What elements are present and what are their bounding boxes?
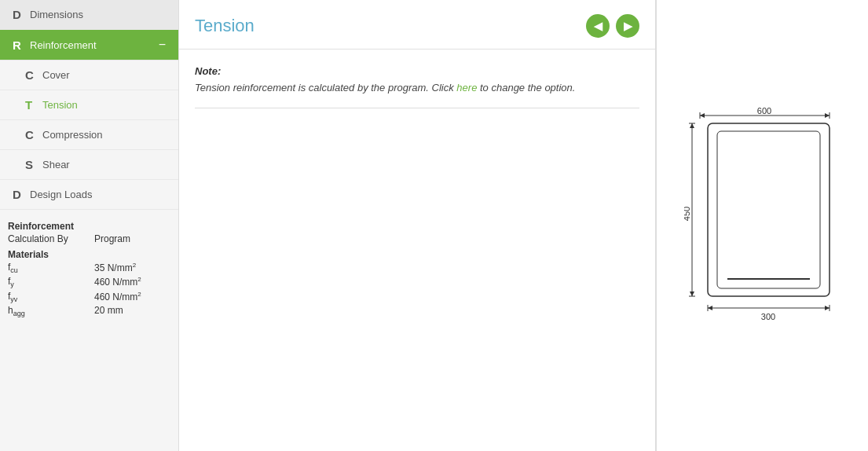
sidebar-letter-shear: S [25,158,42,171]
material-row-1: fy460 N/mm2 [8,276,170,288]
sidebar-letter-design-loads: D [13,188,30,201]
calculation-by-value: Program [94,233,130,244]
sidebar-label-reinforcement: Reinforcement [30,39,159,51]
note-text-after: to change the option. [477,82,575,94]
sidebar-label-shear: Shear [42,159,166,170]
sidebar-label-cover: Cover [42,69,166,81]
svg-rect-7 [717,131,820,288]
sidebar-item-tension[interactable]: TTension [0,90,178,120]
main-body: Note: Tension reinforcement is calculate… [179,50,655,451]
note-text-before: Tension reinforcement is calculated by t… [195,82,456,94]
sidebar-item-reinforcement[interactable]: RReinforcement− [0,30,178,60]
sidebar-item-dimensions[interactable]: DDimensions [0,0,178,30]
materials-label: Materials [8,249,94,260]
material-label-1: fy [8,276,94,288]
material-label-0: fcu [8,262,94,274]
note-label: Note: [195,65,639,77]
main-header: Tension ◀ ▶ [179,0,655,50]
sidebar-letter-tension: T [25,98,42,112]
sidebar-label-compression: Compression [42,129,166,141]
material-value-3: 20 mm [94,305,123,317]
note-text: Tension reinforcement is calculated by t… [195,82,639,94]
sidebar-item-compression[interactable]: CCompression [0,120,178,150]
calculation-by-label: Calculation By [8,233,94,244]
divider [195,108,639,108]
prev-button[interactable]: ◀ [586,14,610,38]
sidebar-letter-compression: C [25,128,42,141]
main-content: Tension ◀ ▶ Note: Tension reinforcement … [179,0,656,451]
sidebar-label-design-loads: Design Loads [30,189,166,200]
next-button[interactable]: ▶ [616,14,639,38]
sidebar-dash-reinforcement: − [159,38,166,52]
svg-marker-15 [690,292,694,296]
sidebar-letter-cover: C [25,68,42,82]
sidebar-label-tension: Tension [42,99,166,111]
sidebar-label-dimensions: Dimensions [30,9,166,20]
sidebar-letter-dimensions: D [13,8,30,21]
sidebar: DDimensionsRReinforcement−CCoverTTension… [0,0,179,451]
dim-top-label: 600 [756,106,771,116]
material-row-2: fyv460 N/mm2 [8,291,170,303]
svg-marker-12 [700,113,705,118]
dim-bottom-label: 300 [760,312,775,321]
svg-marker-14 [690,123,694,128]
material-value-1: 460 N/mm2 [94,276,141,288]
material-label-3: hagg [8,305,94,317]
sidebar-item-shear[interactable]: SShear [0,150,178,180]
svg-marker-13 [825,113,830,118]
material-row-3: hagg20 mm [8,305,170,317]
reinforcement-label: Reinforcement [8,221,94,232]
beam-diagram: 600 450 300 [684,100,841,351]
page-title: Tension [195,16,580,36]
sidebar-letter-reinforcement: R [13,38,30,52]
sidebar-item-design-loads[interactable]: DDesign Loads [0,180,178,210]
svg-marker-17 [825,306,830,310]
dim-left-label: 450 [684,207,691,221]
sidebar-item-cover[interactable]: CCover [0,60,178,90]
note-link[interactable]: here [456,82,477,94]
info-panel: Reinforcement Calculation By Program Mat… [0,210,178,328]
material-value-2: 460 N/mm2 [94,291,141,303]
material-label-2: fyv [8,291,94,303]
diagram-panel: 600 450 300 [656,0,868,451]
material-value-0: 35 N/mm2 [94,262,136,274]
svg-marker-16 [708,306,712,310]
material-row-0: fcu35 N/mm2 [8,262,170,274]
